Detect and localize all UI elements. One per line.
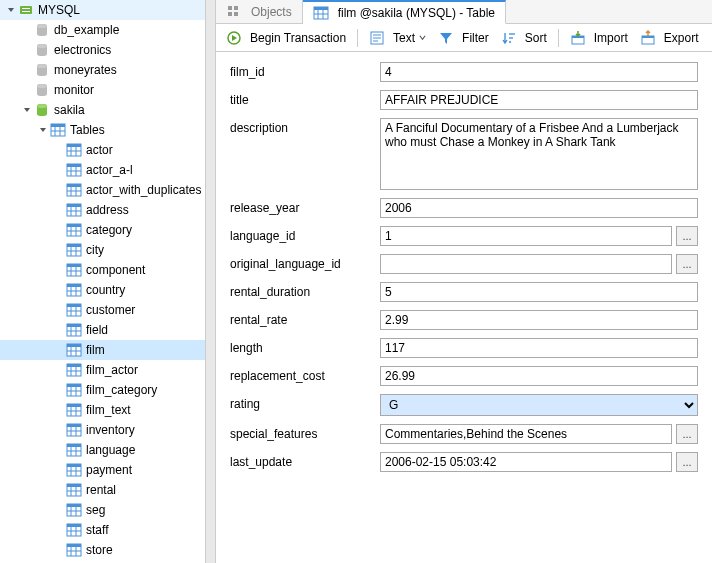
tree-table-actor[interactable]: actor: [0, 140, 205, 160]
tree-table-city[interactable]: city: [0, 240, 205, 260]
tree-database[interactable]: electronics: [0, 40, 205, 60]
tree-table-film-actor[interactable]: film_actor: [0, 360, 205, 380]
tree-item-label: city: [86, 243, 104, 257]
tree-item-label: rental: [86, 483, 116, 497]
sidebar-gutter[interactable]: [206, 0, 216, 563]
tree-table-customer[interactable]: customer: [0, 300, 205, 320]
tree-database[interactable]: moneyrates: [0, 60, 205, 80]
tree-database[interactable]: monitor: [0, 80, 205, 100]
import-icon: [570, 30, 586, 46]
text-view-button[interactable]: Text: [365, 28, 430, 48]
input-length[interactable]: [380, 338, 698, 358]
tree-table-rental[interactable]: rental: [0, 480, 205, 500]
tree-table-actor-with-duplicates[interactable]: actor_with_duplicates: [0, 180, 205, 200]
more-special-features[interactable]: ...: [676, 424, 698, 444]
tree-icon: [66, 222, 82, 238]
sort-button[interactable]: Sort: [497, 28, 551, 48]
label-last-update: last_update: [230, 452, 380, 469]
tree-table-address[interactable]: address: [0, 200, 205, 220]
tree-table-seg[interactable]: seg: [0, 500, 205, 520]
svg-point-10: [37, 84, 47, 88]
label-rating: rating: [230, 394, 380, 411]
svg-rect-124: [234, 6, 238, 10]
tree-table-category[interactable]: category: [0, 220, 205, 240]
svg-rect-59: [67, 304, 81, 307]
tree-tables-folder[interactable]: Tables: [0, 120, 205, 140]
export-button[interactable]: Export: [636, 28, 703, 48]
tree-icon: [66, 442, 82, 458]
more-language-id[interactable]: ...: [676, 226, 698, 246]
svg-rect-54: [67, 284, 81, 287]
svg-rect-29: [67, 184, 81, 187]
label-original-language-id: original_language_id: [230, 254, 380, 271]
input-replacement-cost[interactable]: [380, 366, 698, 386]
tree-table-film-category[interactable]: film_category: [0, 380, 205, 400]
input-original-language-id[interactable]: [380, 254, 672, 274]
tree-item-label: film_category: [86, 383, 157, 397]
tree-table-actor-a-l[interactable]: actor_a-l: [0, 160, 205, 180]
tree-table-payment[interactable]: payment: [0, 460, 205, 480]
tree-table-inventory[interactable]: inventory: [0, 420, 205, 440]
table-icon: [313, 5, 329, 21]
tree-database[interactable]: db_example: [0, 20, 205, 40]
svg-rect-119: [67, 544, 81, 547]
import-button[interactable]: Import: [566, 28, 632, 48]
tree-item-label: component: [86, 263, 145, 277]
tab-objects-label: Objects: [251, 5, 292, 19]
label-special-features: special_features: [230, 424, 380, 441]
filter-button[interactable]: Filter: [434, 28, 493, 48]
more-last-update[interactable]: ...: [676, 452, 698, 472]
tree-icon: [66, 182, 82, 198]
svg-rect-114: [67, 524, 81, 527]
tree-table-film[interactable]: film: [0, 340, 205, 360]
svg-point-6: [37, 44, 47, 48]
label-length: length: [230, 338, 380, 355]
select-rating[interactable]: G: [380, 394, 698, 416]
svg-rect-39: [67, 224, 81, 227]
tree-database-sakila[interactable]: sakila: [0, 100, 205, 120]
tree-table-field[interactable]: field: [0, 320, 205, 340]
tree-connection[interactable]: MYSQL: [0, 0, 205, 20]
input-film-id[interactable]: [380, 62, 698, 82]
input-title[interactable]: [380, 90, 698, 110]
tree-table-film-text[interactable]: film_text: [0, 400, 205, 420]
begin-transaction-button[interactable]: Begin Transaction: [222, 28, 350, 48]
tree-item-label: actor: [86, 143, 113, 157]
transaction-icon: [226, 30, 242, 46]
tree-table-component[interactable]: component: [0, 260, 205, 280]
tab-film-label: film @sakila (MYSQL) - Table: [338, 6, 495, 20]
tree-item-label: MYSQL: [38, 3, 80, 17]
tree-icon: [66, 382, 82, 398]
tree-table-country[interactable]: country: [0, 280, 205, 300]
tree-table-store[interactable]: store: [0, 540, 205, 560]
tree-icon: [66, 142, 82, 158]
tree-icon: [66, 502, 82, 518]
tree-table-language[interactable]: language: [0, 440, 205, 460]
svg-rect-99: [67, 464, 81, 467]
input-rental-duration[interactable]: [380, 282, 698, 302]
svg-rect-84: [67, 404, 81, 407]
tree-item-label: film_actor: [86, 363, 138, 377]
tab-film[interactable]: film @sakila (MYSQL) - Table: [303, 0, 506, 24]
tree-item-label: monitor: [54, 83, 94, 97]
expand-icon[interactable]: [20, 106, 34, 114]
tab-objects[interactable]: Objects: [216, 0, 303, 23]
input-special-features[interactable]: [380, 424, 672, 444]
input-language-id[interactable]: [380, 226, 672, 246]
tree-icon: [66, 242, 82, 258]
tree-table-staff[interactable]: staff: [0, 520, 205, 540]
svg-point-12: [37, 104, 47, 108]
input-release-year[interactable]: [380, 198, 698, 218]
tree-icon: [66, 322, 82, 338]
input-description[interactable]: [380, 118, 698, 190]
more-original-language-id[interactable]: ...: [676, 254, 698, 274]
svg-rect-0: [20, 6, 32, 14]
input-last-update[interactable]: [380, 452, 672, 472]
tree-item-label: inventory: [86, 423, 135, 437]
input-rental-rate[interactable]: [380, 310, 698, 330]
tree-item-label: customer: [86, 303, 135, 317]
expand-icon[interactable]: [4, 6, 18, 14]
expand-icon[interactable]: [36, 126, 50, 134]
tree-item-label: film: [86, 343, 105, 357]
tree-icon: [66, 342, 82, 358]
